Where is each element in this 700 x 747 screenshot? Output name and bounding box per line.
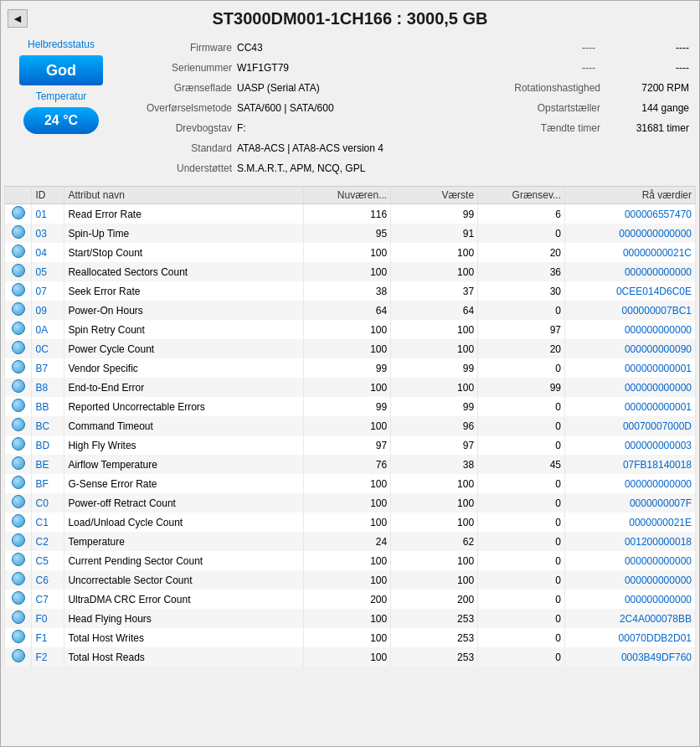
row-attribute-name: Reallocated Sectors Count xyxy=(64,262,304,281)
row-id: F1 xyxy=(32,628,64,647)
disk-status-icon xyxy=(12,649,25,662)
row-current: 100 xyxy=(304,320,391,339)
row-attribute-name: UltraDMA CRC Error Count xyxy=(64,590,304,609)
table-row[interactable]: C5Current Pending Sector Count1001000000… xyxy=(5,551,696,570)
back-button[interactable]: ◄ xyxy=(8,9,28,28)
transfer-label: Overførsels­metode xyxy=(111,102,237,114)
row-worst: 100 xyxy=(391,378,478,397)
disk-status-icon xyxy=(12,495,25,508)
row-current: 100 xyxy=(304,609,391,628)
disk-status-icon xyxy=(12,225,25,239)
row-current: 200 xyxy=(304,590,391,609)
table-row[interactable]: 05Reallocated Sectors Count1001003600000… xyxy=(5,262,696,281)
status-info-section: Helbreds­status God Temperatur 24 °C Fir… xyxy=(4,35,696,183)
row-threshold: 0 xyxy=(478,416,565,435)
table-row[interactable]: 04Start/Stop Count1001002000000000021C xyxy=(5,243,696,262)
row-current: 24 xyxy=(304,532,391,551)
row-icon xyxy=(5,416,32,435)
table-row[interactable]: 01Read Error Rate116996000006557470 xyxy=(5,204,696,224)
row-attribute-name: Spin-Up Time xyxy=(64,224,304,243)
row-id: BB xyxy=(32,397,64,416)
disk-status-icon xyxy=(12,553,25,566)
table-row[interactable]: 0ASpin Retry Count10010097000000000000 xyxy=(5,320,696,339)
row-threshold: 6 xyxy=(478,204,565,224)
row-worst: 253 xyxy=(391,647,478,667)
row-worst: 100 xyxy=(391,243,478,262)
row-id: 05 xyxy=(32,262,64,281)
table-row[interactable]: C7UltraDMA CRC Error Count20020000000000… xyxy=(5,590,696,609)
row-id: C6 xyxy=(32,570,64,590)
table-row[interactable]: BFG-Sense Error Rate1001000000000000000 xyxy=(5,474,696,493)
interface-label: Grænse­flade xyxy=(111,82,237,94)
row-worst: 96 xyxy=(391,416,478,435)
transfer-value: SATA/600 | SATA/600 xyxy=(237,102,471,114)
table-row[interactable]: C0Power-off Retract Count100100000000000… xyxy=(5,493,696,513)
row-threshold: 0 xyxy=(478,609,565,628)
table-row[interactable]: F1Total Host Writes100253000070DDB2D01 xyxy=(5,628,696,647)
table-row[interactable]: F0Head Flying Hours10025302C4A000078BB xyxy=(5,609,696,628)
row-id: 01 xyxy=(32,204,64,224)
standard-row: Standard ATA8-ACS | ATA8-ACS version 4 xyxy=(111,139,689,157)
disk-status-icon xyxy=(12,630,25,643)
row-worst: 100 xyxy=(391,320,478,339)
row-raw: 000000000000 xyxy=(565,551,696,570)
table-row[interactable]: 07Seek Error Rate3837300CEE014D6C0E xyxy=(5,281,696,301)
table-row[interactable]: B8End-to-End Error10010099000000000000 xyxy=(5,378,696,397)
table-row[interactable]: B7Vendor Specific99990000000000001 xyxy=(5,358,696,378)
row-icon xyxy=(5,474,32,493)
row-current: 95 xyxy=(304,224,391,243)
row-id: BC xyxy=(32,416,64,435)
dashes2: ---- xyxy=(605,42,689,54)
row-threshold: 0 xyxy=(478,358,565,378)
supported-value: S.M.A.R.T., APM, NCQ, GPL xyxy=(237,162,689,174)
table-row[interactable]: BBReported Uncorrectable Errors999900000… xyxy=(5,397,696,416)
row-icon xyxy=(5,570,32,590)
row-id: C7 xyxy=(32,590,64,609)
row-current: 116 xyxy=(304,204,391,224)
row-threshold: 0 xyxy=(478,513,565,532)
disk-status-icon xyxy=(12,379,25,393)
table-row[interactable]: C2Temperature24620001200000018 xyxy=(5,532,696,551)
main-window: ◄ ST3000DM001-1CH166 : 3000,5 GB Helbred… xyxy=(0,0,700,747)
table-row[interactable]: C1Load/Unload Cycle Count100100000000000… xyxy=(5,513,696,532)
status-panel: Helbreds­status God Temperatur 24 °C xyxy=(11,39,111,134)
table-row[interactable]: BEAirflow Temperature76384507FB18140018 xyxy=(5,455,696,474)
row-worst: 37 xyxy=(391,281,478,301)
row-worst: 253 xyxy=(391,628,478,647)
table-row[interactable]: BDHigh Fly Writes97970000000000003 xyxy=(5,435,696,455)
title-bar: ◄ ST3000DM001-1CH166 : 3000,5 GB xyxy=(4,4,696,35)
row-id: 03 xyxy=(32,224,64,243)
dashes3: ---- xyxy=(572,62,605,74)
transfer-row: Overførsels­metode SATA/600 | SATA/600 O… xyxy=(111,99,689,117)
row-threshold: 36 xyxy=(478,262,565,281)
row-raw: 07FB18140018 xyxy=(565,455,696,474)
row-id: F0 xyxy=(32,609,64,628)
row-icon xyxy=(5,647,32,667)
row-threshold: 0 xyxy=(478,435,565,455)
row-current: 100 xyxy=(304,513,391,532)
row-worst: 100 xyxy=(391,493,478,513)
row-worst: 99 xyxy=(391,358,478,378)
table-row[interactable]: BCCommand Timeout10096000070007000D xyxy=(5,416,696,435)
row-icon xyxy=(5,301,32,320)
row-id: B8 xyxy=(32,378,64,397)
table-row[interactable]: 09Power-On Hours64640000000007BC1 xyxy=(5,301,696,320)
row-attribute-name: Vendor Specific xyxy=(64,358,304,378)
row-id: C2 xyxy=(32,532,64,551)
row-raw: 00070DDB2D01 xyxy=(565,628,696,647)
disk-status-icon xyxy=(12,341,25,354)
row-current: 100 xyxy=(304,474,391,493)
table-row[interactable]: C6Uncorrectable Sector Count100100000000… xyxy=(5,570,696,590)
table-row[interactable]: F2Total Host Reads10025300003B49DF760 xyxy=(5,647,696,667)
row-attribute-name: G-Sense Error Rate xyxy=(64,474,304,493)
row-icon xyxy=(5,339,32,358)
table-row[interactable]: 0CPower Cycle Count10010020000000000090 xyxy=(5,339,696,358)
row-icon xyxy=(5,493,32,513)
table-row[interactable]: 03Spin-Up Time959100000000000000 xyxy=(5,224,696,243)
row-raw: 000000000001 xyxy=(565,397,696,416)
row-raw: 00000000021C xyxy=(565,243,696,262)
serial-label: Serienummer xyxy=(111,62,237,74)
row-current: 100 xyxy=(304,416,391,435)
row-icon xyxy=(5,378,32,397)
row-threshold: 30 xyxy=(478,281,565,301)
